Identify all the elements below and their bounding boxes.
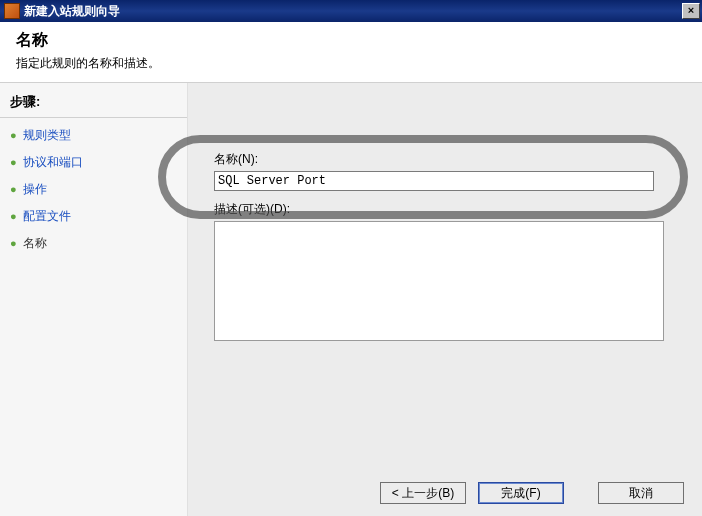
sidebar-separator [0, 117, 187, 118]
step-action[interactable]: ● 操作 [0, 176, 187, 203]
step-label: 协议和端口 [23, 154, 83, 171]
description-label: 描述(可选)(D): [214, 201, 676, 218]
step-profile[interactable]: ● 配置文件 [0, 203, 187, 230]
step-protocol-ports[interactable]: ● 协议和端口 [0, 149, 187, 176]
bullet-icon: ● [10, 211, 17, 222]
steps-sidebar: 步骤: ● 规则类型 ● 协议和端口 ● 操作 ● 配置文件 ● 名称 [0, 83, 188, 516]
step-label: 名称 [23, 235, 47, 252]
wizard-button-bar: < 上一步(B) 完成(F) 取消 [380, 482, 684, 504]
bullet-icon: ● [10, 157, 17, 168]
finish-button[interactable]: 完成(F) [478, 482, 564, 504]
page-subtitle: 指定此规则的名称和描述。 [16, 55, 686, 72]
name-input[interactable] [214, 171, 654, 191]
app-icon [4, 3, 20, 19]
close-icon[interactable]: × [682, 3, 700, 19]
step-rule-type[interactable]: ● 规则类型 [0, 122, 187, 149]
bullet-icon: ● [10, 130, 17, 141]
name-label: 名称(N): [214, 151, 676, 168]
description-input[interactable] [214, 221, 664, 341]
step-label: 规则类型 [23, 127, 71, 144]
window-title: 新建入站规则向导 [24, 3, 120, 20]
wizard-body: 步骤: ● 规则类型 ● 协议和端口 ● 操作 ● 配置文件 ● 名称 名称(N… [0, 83, 702, 516]
page-title: 名称 [16, 30, 686, 51]
step-label: 配置文件 [23, 208, 71, 225]
cancel-button[interactable]: 取消 [598, 482, 684, 504]
bullet-icon: ● [10, 238, 17, 249]
step-name[interactable]: ● 名称 [0, 230, 187, 257]
titlebar: 新建入站规则向导 × [0, 0, 702, 22]
main-pane: 名称(N): 描述(可选)(D): < 上一步(B) 完成(F) 取消 [188, 83, 702, 516]
bullet-icon: ● [10, 184, 17, 195]
steps-heading: 步骤: [0, 87, 187, 117]
back-button[interactable]: < 上一步(B) [380, 482, 466, 504]
step-label: 操作 [23, 181, 47, 198]
wizard-header: 名称 指定此规则的名称和描述。 [0, 22, 702, 83]
